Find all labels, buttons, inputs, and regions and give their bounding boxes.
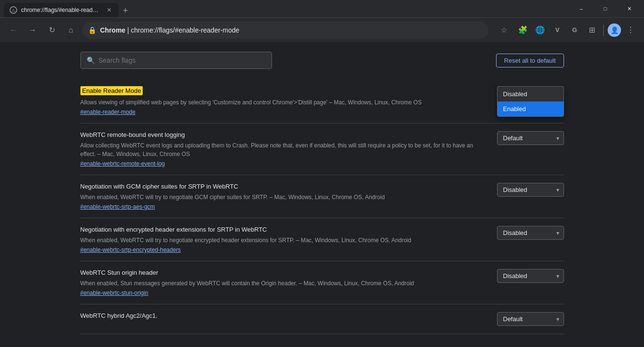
select-wrapper: DefaultDisabledEnabled: [497, 183, 564, 197]
flag-link[interactable]: #enable-webrtc-stun-origin: [80, 290, 487, 296]
flag-list: Enable Reader ModeAllows viewing of simp…: [80, 78, 564, 334]
flag-control: Disabled▾DisabledEnabled: [497, 86, 564, 100]
flag-select[interactable]: DefaultDisabledEnabled: [497, 131, 564, 145]
flag-description: When enabled, WebRTC will try to negotia…: [80, 193, 487, 201]
flag-select[interactable]: DefaultDisabledEnabled: [497, 226, 564, 240]
flag-item: WebRTC hybrid Agc2/Agc1.DefaultDisabledE…: [80, 304, 564, 334]
flag-description: Allows viewing of simplified web pages b…: [80, 98, 487, 107]
flag-control: DefaultDisabledEnabled: [497, 226, 564, 240]
flag-info: Negotiation with encrypted header extens…: [80, 226, 487, 253]
flag-title: WebRTC remote-bound event logging: [80, 131, 487, 138]
tab-close-button[interactable]: ✕: [105, 6, 113, 14]
close-button[interactable]: ✕: [618, 0, 640, 17]
flag-control: DefaultDisabledEnabled: [497, 269, 564, 283]
flag-item: Enable Reader ModeAllows viewing of simp…: [80, 78, 564, 123]
toolbar-separator: [603, 24, 604, 36]
title-bar: ⚠ chrome://flags/#enable-reader-m ✕ + – …: [0, 0, 644, 17]
search-icon: 🔍: [87, 56, 95, 64]
reset-all-button[interactable]: Reset all to default: [496, 54, 564, 67]
active-tab[interactable]: ⚠ chrome://flags/#enable-reader-m ✕: [4, 3, 119, 17]
dropdown-option[interactable]: Enabled: [497, 101, 564, 116]
flag-info: WebRTC hybrid Agc2/Agc1.: [80, 312, 487, 322]
flag-link[interactable]: #enable-webrtc-remote-event-log: [80, 160, 487, 167]
home-button[interactable]: ⌂: [63, 22, 79, 38]
flag-control: DefaultDisabledEnabled: [497, 183, 564, 197]
flag-item: WebRTC Stun origin headerWhen enabled, S…: [80, 261, 564, 304]
minimize-button[interactable]: –: [570, 0, 592, 17]
select-wrapper: DefaultDisabledEnabled: [497, 269, 564, 283]
flag-description: Allow collecting WebRTC event logs and u…: [80, 141, 487, 158]
url-path: chrome://flags/#enable-reader-mode: [131, 26, 239, 34]
tab-title: chrome://flags/#enable-reader-m: [21, 7, 102, 13]
extension-3-icon[interactable]: V: [550, 22, 565, 38]
omnibox-actions: ☆: [496, 22, 511, 38]
menu-button[interactable]: ⋮: [623, 22, 638, 38]
extension-1-icon[interactable]: 🧩: [515, 22, 531, 38]
security-icon: 🔒: [88, 26, 96, 34]
forward-button[interactable]: →: [25, 22, 40, 38]
address-bar: ← → ↻ ⌂ 🔒 Chrome | chrome://flags/#enabl…: [0, 17, 644, 42]
select-wrapper: DefaultDisabledEnabled: [497, 312, 564, 326]
dropdown-option[interactable]: Disabled: [497, 87, 564, 101]
window-controls: – □ ✕: [570, 0, 640, 17]
flag-link[interactable]: #enable-webrtc-srtp-encrypted-headers: [80, 246, 487, 253]
flag-title: WebRTC hybrid Agc2/Agc1.: [80, 312, 487, 319]
select-wrapper: DefaultDisabledEnabled: [497, 226, 564, 240]
search-box[interactable]: 🔍: [80, 52, 272, 69]
bookmark-button[interactable]: ☆: [496, 22, 511, 38]
flag-select[interactable]: DefaultDisabledEnabled: [497, 183, 564, 197]
url-domain: Chrome: [100, 26, 125, 34]
flags-container: 🔍 Reset all to default Enable Reader Mod…: [71, 52, 574, 337]
flag-item: Negotiation with GCM cipher suites for S…: [80, 175, 564, 218]
tab-icon: ⚠: [10, 6, 17, 14]
flag-select[interactable]: DefaultDisabledEnabled: [497, 312, 564, 326]
flag-description: When enabled, Stun messages generated by…: [80, 279, 487, 288]
flag-item: Negotiation with encrypted header extens…: [80, 218, 564, 261]
svg-text:⚠: ⚠: [11, 8, 15, 13]
new-tab-button[interactable]: +: [119, 4, 132, 17]
url-display: Chrome | chrome://flags/#enable-reader-m…: [100, 26, 483, 34]
toolbar-right: 🧩 🌐 V G ⊞ 👤 ⋮: [515, 22, 638, 38]
profile-icon[interactable]: 👤: [608, 23, 621, 37]
extension-5-icon[interactable]: ⊞: [584, 22, 599, 38]
flag-item: WebRTC remote-bound event loggingAllow c…: [80, 123, 564, 175]
search-input[interactable]: [99, 56, 266, 64]
reload-button[interactable]: ↻: [44, 22, 59, 38]
flag-title: Negotiation with GCM cipher suites for S…: [80, 183, 487, 190]
select-wrapper: DefaultDisabledEnabled: [497, 131, 564, 145]
tab-strip: ⚠ chrome://flags/#enable-reader-m ✕ +: [4, 0, 570, 17]
search-area: 🔍 Reset all to default: [80, 52, 564, 69]
back-button[interactable]: ←: [6, 22, 21, 38]
flag-link[interactable]: #enable-webrtc-srtp-aes-gcm: [80, 203, 487, 210]
flag-info: WebRTC remote-bound event loggingAllow c…: [80, 131, 487, 167]
flag-title: Enable Reader Mode: [80, 86, 143, 95]
dropdown-wrapper: Disabled▾DisabledEnabled: [497, 86, 564, 100]
flag-control: DefaultDisabledEnabled: [497, 131, 564, 145]
flag-info: WebRTC Stun origin headerWhen enabled, S…: [80, 269, 487, 296]
flag-control: DefaultDisabledEnabled: [497, 312, 564, 326]
extension-4-icon[interactable]: G: [567, 22, 582, 38]
main-content: 🔍 Reset all to default Enable Reader Mod…: [0, 42, 644, 347]
flag-title: Negotiation with encrypted header extens…: [80, 226, 487, 233]
extension-2-icon[interactable]: 🌐: [532, 22, 548, 38]
omnibox[interactable]: 🔒 Chrome | chrome://flags/#enable-reader…: [82, 22, 488, 39]
flag-select[interactable]: DefaultDisabledEnabled: [497, 269, 564, 283]
flag-info: Negotiation with GCM cipher suites for S…: [80, 183, 487, 210]
flag-link[interactable]: #enable-reader-mode: [80, 109, 487, 115]
flag-title: WebRTC Stun origin header: [80, 269, 487, 276]
flag-description: When enabled, WebRTC will try to negotia…: [80, 236, 487, 245]
dropdown-menu: DisabledEnabled: [497, 86, 564, 117]
maximize-button[interactable]: □: [594, 0, 616, 17]
flag-info: Enable Reader ModeAllows viewing of simp…: [80, 86, 487, 115]
